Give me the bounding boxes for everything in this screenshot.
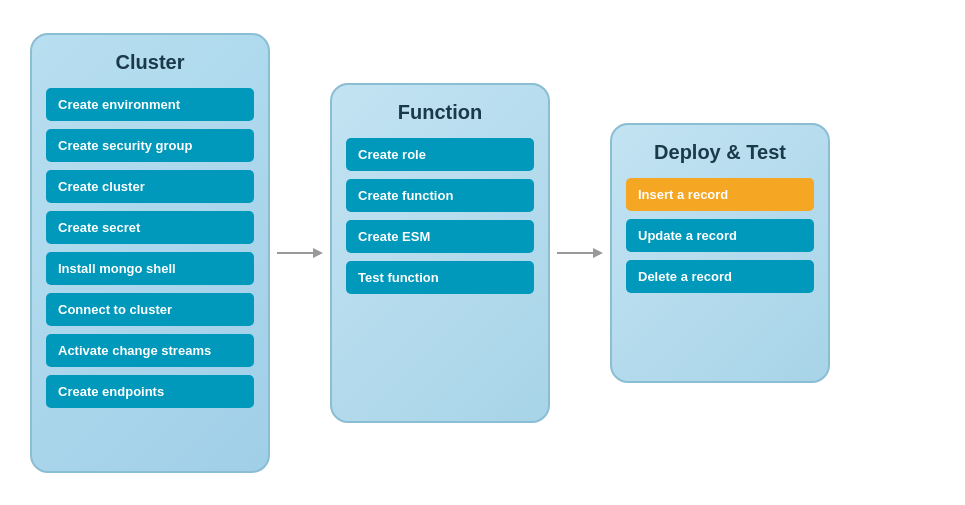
btn-activate-change-streams[interactable]: Activate change streams [46, 334, 254, 367]
cluster-panel: Cluster Create environment Create securi… [30, 33, 270, 473]
btn-create-cluster[interactable]: Create cluster [46, 170, 254, 203]
btn-insert-record[interactable]: Insert a record [626, 178, 814, 211]
diagram: Cluster Create environment Create securi… [0, 0, 965, 505]
svg-marker-1 [313, 248, 323, 258]
btn-install-mongo-shell[interactable]: Install mongo shell [46, 252, 254, 285]
btn-create-environment[interactable]: Create environment [46, 88, 254, 121]
btn-create-role[interactable]: Create role [346, 138, 534, 171]
btn-update-record[interactable]: Update a record [626, 219, 814, 252]
svg-marker-3 [593, 248, 603, 258]
btn-connect-to-cluster[interactable]: Connect to cluster [46, 293, 254, 326]
arrow-cluster-to-function [270, 241, 330, 265]
cluster-title: Cluster [46, 51, 254, 74]
function-title: Function [346, 101, 534, 124]
deploy-panel: Deploy & Test Insert a record Update a r… [610, 123, 830, 383]
btn-create-function[interactable]: Create function [346, 179, 534, 212]
arrow-function-to-deploy [550, 241, 610, 265]
btn-delete-record[interactable]: Delete a record [626, 260, 814, 293]
btn-create-esm[interactable]: Create ESM [346, 220, 534, 253]
btn-test-function[interactable]: Test function [346, 261, 534, 294]
btn-create-secret[interactable]: Create secret [46, 211, 254, 244]
btn-create-security-group[interactable]: Create security group [46, 129, 254, 162]
deploy-title: Deploy & Test [626, 141, 814, 164]
function-panel: Function Create role Create function Cre… [330, 83, 550, 423]
btn-create-endpoints[interactable]: Create endpoints [46, 375, 254, 408]
